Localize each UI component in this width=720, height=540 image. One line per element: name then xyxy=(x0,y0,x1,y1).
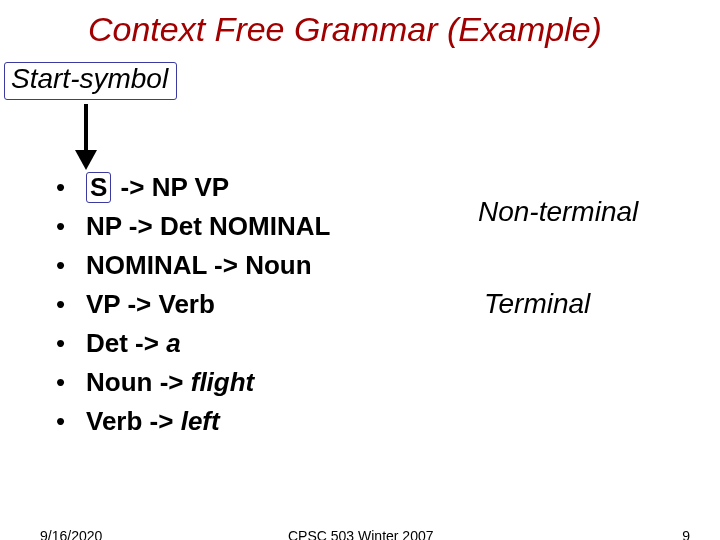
rule-text: Verb -> xyxy=(86,406,181,436)
rule-3: •NOMINAL -> Noun xyxy=(56,246,330,285)
rule-text: -> NP VP xyxy=(113,172,229,202)
rule-4: •VP -> Verb xyxy=(56,285,330,324)
start-symbol-box: Start-symbol xyxy=(4,62,177,100)
terminal-word: a xyxy=(166,328,180,358)
footer-course: CPSC 503 Winter 2007 xyxy=(288,528,434,540)
rule-text: VP -> Verb xyxy=(86,289,215,319)
rule-text: Det -> xyxy=(86,328,166,358)
rule-6: •Noun -> flight xyxy=(56,363,330,402)
footer-date: 9/16/2020 xyxy=(40,528,102,540)
terminal-word: flight xyxy=(191,367,255,397)
rule-7: •Verb -> left xyxy=(56,402,330,441)
footer-page-number: 9 xyxy=(682,528,690,540)
rule-2: •NP -> Det NOMINAL xyxy=(56,207,330,246)
rule-1: •S -> NP VP xyxy=(56,168,330,207)
rule-text: Noun -> xyxy=(86,367,191,397)
bullet-icon: • xyxy=(56,168,86,207)
bullet-icon: • xyxy=(56,324,86,363)
rule-text: NOMINAL -> Noun xyxy=(86,250,312,280)
bullet-icon: • xyxy=(56,246,86,285)
s-symbol-box: S xyxy=(86,172,111,203)
bullet-icon: • xyxy=(56,207,86,246)
slide-title: Context Free Grammar (Example) xyxy=(88,10,602,49)
rule-text: NP -> Det NOMINAL xyxy=(86,211,330,241)
rule-5: •Det -> a xyxy=(56,324,330,363)
bullet-icon: • xyxy=(56,402,86,441)
bullet-icon: • xyxy=(56,363,86,402)
terminal-word: left xyxy=(181,406,220,436)
arrow-down-icon xyxy=(75,104,97,170)
nonterminal-label: Non-terminal xyxy=(478,196,638,228)
bullet-icon: • xyxy=(56,285,86,324)
terminal-label: Terminal xyxy=(484,288,590,320)
grammar-rules: •S -> NP VP •NP -> Det NOMINAL •NOMINAL … xyxy=(56,168,330,441)
